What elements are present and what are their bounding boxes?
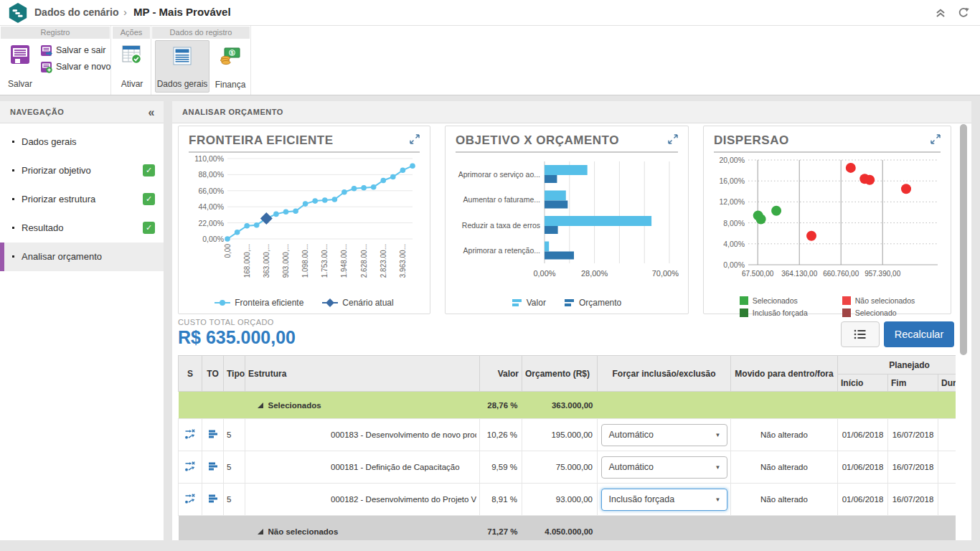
svg-text:1.948.00...: 1.948.00... (340, 244, 348, 278)
hierarchy-icon[interactable] (207, 465, 219, 474)
objetivo-orcamento-chart: Aprimorar o serviço ao...Aumentar o fatu… (456, 153, 678, 296)
ribbon-group-acoes: Ações Ativar (112, 26, 151, 95)
sidebar-item-dados-gerais[interactable]: Dados gerais (0, 128, 164, 156)
bullet-icon (12, 255, 14, 258)
line-series-glyph (215, 299, 230, 306)
svg-text:67.500,00: 67.500,00 (742, 270, 774, 278)
ribbon: Registro Salvar (0, 26, 980, 95)
chevron-down-icon: ▼ (715, 432, 721, 438)
svg-text:12,00%: 12,00% (719, 197, 745, 206)
svg-text:0,00%: 0,00% (723, 260, 745, 269)
svg-text:2.823.00...: 2.823.00... (380, 244, 387, 278)
sidebar-item-analisar-orcamento[interactable]: Analisar orçamento (0, 242, 164, 271)
col-header-to[interactable]: TO (202, 356, 224, 392)
valor-series-glyph (512, 298, 522, 307)
col-header-estrutura[interactable]: Estrutura (245, 356, 480, 392)
svg-text:660.760,00: 660.760,00 (823, 270, 859, 278)
svg-text:44,00%: 44,00% (198, 202, 224, 211)
collapse-ribbon-icon[interactable] (934, 6, 947, 19)
group-row-nao-selecionados[interactable]: Não selecionados 71,27 % 4.050.000,00 (179, 516, 956, 541)
svg-text:8,00%: 8,00% (723, 219, 745, 227)
forcar-inclusao-dropdown[interactable]: Automático ▼ (601, 456, 727, 479)
custo-total-label: CUSTO TOTAL ORÇADO (178, 318, 296, 326)
col-header-fim[interactable]: Fim (888, 375, 938, 392)
recalcular-button[interactable]: Recalcular (884, 321, 954, 347)
svg-text:0,00%: 0,00% (533, 269, 555, 278)
save-icon (9, 44, 31, 65)
table-row-000183: 5 000183 - Desenvolvimento de novo produ… (179, 419, 956, 451)
col-header-orcamento[interactable]: Orçamento (R$) (522, 356, 598, 392)
diamond-series-glyph (322, 298, 338, 307)
list-options-button[interactable] (841, 321, 880, 347)
svg-text:Reduzir a taxa de erros: Reduzir a taxa de erros (462, 221, 540, 230)
check-icon: ✓ (143, 222, 155, 234)
card-title: FRONTEIRA EFICIENTE (189, 133, 334, 148)
col-header-forcar[interactable]: Forçar inclusão/exclusão (598, 356, 731, 392)
main-panel: ANALISAR ORÇAMENTO FRONTEIRA EFICIENTE 1… (172, 101, 971, 540)
svg-text:957.390,00: 957.390,00 (864, 270, 900, 278)
chevron-down-icon: ▼ (715, 496, 721, 503)
dados-gerais-label: Dados gerais (156, 79, 209, 89)
expand-icon[interactable] (668, 134, 678, 147)
bullet-icon (12, 227, 14, 229)
col-header-movido[interactable]: Movido para dentro/fora (731, 356, 838, 392)
svg-text:0,00: 0,00 (224, 244, 232, 258)
legend-swatch (842, 296, 851, 305)
orcamento-series-glyph (565, 298, 575, 307)
svg-text:2.628.00...: 2.628.00... (360, 244, 368, 278)
check-icon: ✓ (143, 164, 155, 176)
svg-text:1.098.00...: 1.098.00... (301, 244, 309, 278)
group-row-selecionados[interactable]: Selecionados 28,76 % 363.000,00 (179, 392, 956, 419)
salvar-button[interactable]: Salvar (3, 41, 37, 91)
dados-gerais-button[interactable]: Dados gerais (155, 40, 209, 93)
move-in-out-icon[interactable] (184, 433, 196, 441)
svg-text:88,00%: 88,00% (198, 170, 224, 179)
col-header-valor[interactable]: Valor (480, 356, 522, 392)
collapse-triangle-icon[interactable] (258, 529, 263, 534)
move-in-out-icon[interactable] (184, 497, 196, 506)
expand-icon[interactable] (930, 134, 941, 147)
salvar-e-novo-label: Salvar e novo (56, 62, 110, 72)
chart-legend: Valor Orçamento (456, 298, 678, 308)
card-title: OBJETIVO X ORÇAMENTO (456, 133, 619, 148)
top-bar: Dados do cenário › MP - Mais Provável (0, 0, 980, 26)
breadcrumb-section[interactable]: Dados do cenário (34, 6, 118, 18)
col-header-inicio[interactable]: Início (838, 375, 888, 392)
hierarchy-icon[interactable] (207, 497, 219, 506)
bullet-icon (12, 198, 14, 200)
col-header-tipo[interactable]: Tipo (224, 356, 245, 392)
expand-icon[interactable] (410, 134, 420, 147)
financa-button[interactable]: $ Finança (213, 40, 248, 93)
svg-text:3.963.00...: 3.963.00... (399, 244, 407, 278)
sidebar-item-priorizar-objetivo[interactable]: Priorizar objetivo ✓ (0, 156, 164, 185)
salvar-e-sair-button[interactable]: Salvar e sair (40, 43, 105, 57)
svg-text:22,00%: 22,00% (198, 219, 224, 227)
finance-icon: $ (220, 44, 241, 66)
general-data-icon (171, 45, 193, 67)
sidebar-collapse-icon[interactable]: « (149, 101, 155, 123)
ativar-button[interactable]: Ativar (115, 41, 149, 91)
col-header-duracao[interactable]: Duração (938, 375, 956, 392)
svg-text:28,00%: 28,00% (581, 269, 608, 278)
move-in-out-icon[interactable] (184, 465, 196, 474)
forcar-inclusao-dropdown[interactable]: Automático ▼ (601, 424, 727, 446)
vertical-scrollbar-thumb[interactable] (960, 124, 967, 355)
collapse-triangle-icon[interactable] (258, 402, 263, 408)
navigation-sidebar: NAVEGAÇÃO « Dados gerais Priorizar objet… (0, 101, 164, 540)
list-icon (853, 329, 867, 340)
sidebar-item-priorizar-estrutura[interactable]: Priorizar estrutura ✓ (0, 185, 164, 214)
svg-text:4,00%: 4,00% (723, 240, 745, 248)
hierarchy-icon[interactable] (207, 433, 219, 441)
fronteira-eficiente-card: FRONTEIRA EFICIENTE 110,00%88,00%66,00%4… (178, 126, 430, 314)
col-header-s[interactable]: S (179, 356, 202, 392)
salvar-e-novo-button[interactable]: Salvar e novo (40, 60, 110, 74)
sidebar-item-resultado[interactable]: Resultado ✓ (0, 214, 164, 242)
app-root: Dados do cenário › MP - Mais Provável Re… (0, 0, 980, 551)
col-header-planejado[interactable]: Planejado (838, 356, 956, 375)
ribbon-group-label: Registro (1, 27, 110, 39)
ribbon-group-label: Ações (113, 27, 150, 39)
refresh-icon[interactable] (957, 6, 970, 19)
forcar-inclusao-dropdown-focused[interactable]: Inclusão forçada ▼ (601, 489, 727, 511)
svg-text:16,00%: 16,00% (719, 176, 745, 185)
bullet-icon (12, 141, 14, 143)
